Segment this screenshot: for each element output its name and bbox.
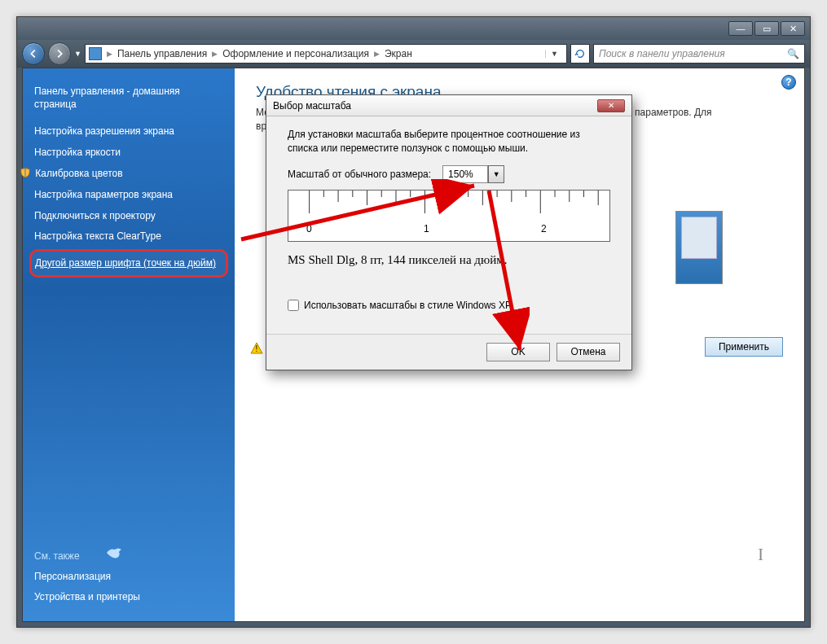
scale-combobox[interactable]: ▼: [442, 165, 504, 183]
dialog-close-button[interactable]: ✕: [597, 99, 625, 112]
shield-icon: [20, 167, 31, 178]
see-also-personalization[interactable]: Персонализация: [34, 567, 223, 588]
back-button[interactable]: [22, 42, 45, 65]
sidebar-item-brightness[interactable]: Настройка яркости: [34, 142, 223, 164]
ruler-label: 2: [541, 223, 547, 234]
ok-button[interactable]: OK: [486, 343, 550, 361]
address-bar[interactable]: ▶ Панель управления▶ Оформление и персон…: [85, 44, 567, 64]
minimize-button[interactable]: —: [728, 21, 753, 36]
xp-style-checkbox[interactable]: Использовать масштабы в стиле Windows XP: [288, 300, 610, 311]
sidebar-item-custom-dpi[interactable]: Другой размер шрифта (точек на дюйм): [35, 253, 222, 274]
sidebar-item-display-settings[interactable]: Настройка параметров экрана: [34, 185, 223, 206]
scale-dropdown-button[interactable]: ▼: [488, 165, 504, 183]
sample-text: MS Shell Dlg, 8 пт, 144 пикселей на дюйм…: [288, 253, 610, 267]
location-icon: [89, 47, 102, 60]
scale-input[interactable]: [442, 165, 488, 183]
xp-style-checkbox-input[interactable]: [288, 300, 299, 311]
sidebar-item-cleartype[interactable]: Настройка текста ClearType: [34, 226, 223, 248]
ruler-ticks: [288, 191, 609, 241]
scale-label: Масштаб от обычного размера:: [288, 169, 431, 180]
dialog-titlebar: Выбор масштаба ✕: [266, 95, 631, 116]
apply-button[interactable]: Применить: [705, 337, 783, 357]
see-also-header: См. также: [34, 550, 80, 562]
refresh-icon: [574, 48, 586, 59]
help-icon[interactable]: ?: [781, 75, 796, 90]
search-icon: 🔍: [787, 48, 799, 59]
breadcrumb[interactable]: Панель управления: [117, 48, 207, 59]
see-also-section: См. также Персонализация Устройства и пр…: [34, 546, 223, 608]
scale-dialog: Выбор масштаба ✕ Для установки масштаба …: [266, 94, 632, 370]
arrow-right-icon: [54, 48, 65, 59]
sidebar-item-calibrate[interactable]: Калибровка цветов: [34, 163, 223, 185]
close-button[interactable]: ✕: [781, 21, 805, 36]
search-placeholder: Поиск в панели управления: [599, 48, 725, 59]
breadcrumb[interactable]: Экран: [385, 48, 412, 59]
warning-icon: !: [249, 341, 264, 356]
sidebar-item-projector[interactable]: Подключиться к проектору: [34, 206, 223, 227]
annotation-highlight: Другой размер шрифта (точек на дюйм): [29, 249, 228, 278]
maximize-button[interactable]: ▭: [754, 21, 779, 36]
titlebar: — ▭ ✕: [17, 17, 810, 40]
arrow-left-icon: [28, 48, 39, 59]
see-also-devices[interactable]: Устройства и принтеры: [34, 587, 223, 608]
ruler-slider[interactable]: 0 1 2: [288, 190, 610, 242]
dialog-intro: Для установки масштаба выберите процентн…: [288, 128, 610, 156]
address-dropdown[interactable]: ▼: [545, 50, 563, 58]
sidebar: Панель управления - домашняя страница На…: [23, 68, 235, 621]
cancel-button[interactable]: Отмена: [556, 343, 620, 361]
breadcrumb[interactable]: Оформление и персонализация: [222, 48, 369, 59]
search-input[interactable]: Поиск в панели управления 🔍: [593, 44, 805, 64]
sidebar-home[interactable]: Панель управления - домашняя страница: [34, 81, 223, 115]
ruler-label: 1: [424, 223, 429, 234]
preview-thumbnail: [675, 211, 723, 284]
forward-button[interactable]: [48, 42, 71, 65]
ruler-label: 0: [306, 223, 312, 234]
dialog-title: Выбор масштаба: [273, 100, 351, 112]
nav-toolbar: ▼ ▶ Панель управления▶ Оформление и перс…: [17, 40, 810, 68]
svg-text:!: !: [256, 344, 258, 353]
sidebar-item-resolution[interactable]: Настройка разрешения экрана: [34, 121, 223, 142]
text-cursor-icon: I: [758, 545, 763, 564]
bird-icon: [105, 546, 123, 562]
refresh-button[interactable]: [570, 44, 590, 64]
